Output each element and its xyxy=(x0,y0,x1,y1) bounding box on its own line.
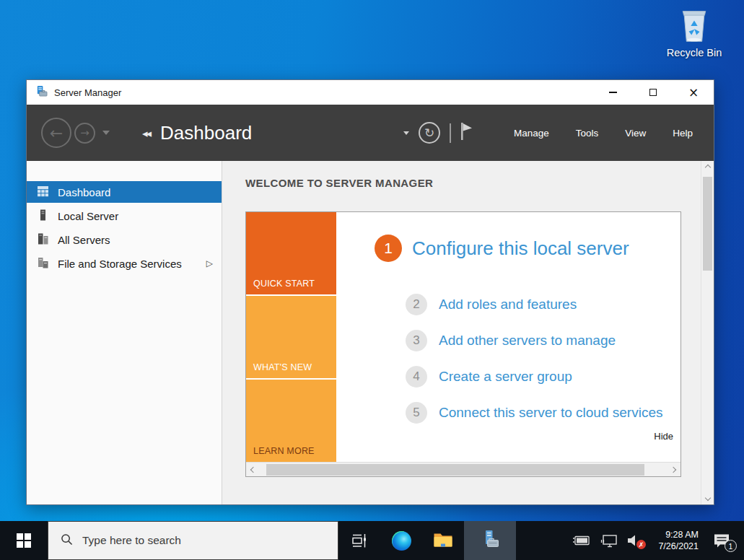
scroll-left-icon[interactable] xyxy=(246,463,261,476)
tab-quick-start[interactable]: QUICK START xyxy=(246,212,336,294)
scroll-up-icon[interactable] xyxy=(701,161,714,174)
step-number-badge: 4 xyxy=(406,366,427,388)
recycle-bin-icon xyxy=(658,7,730,45)
taskbar-search[interactable] xyxy=(48,521,338,560)
menu-tools[interactable]: Tools xyxy=(576,128,599,139)
sidebar-item-label: All Servers xyxy=(58,234,110,246)
mute-x-badge: ✗ xyxy=(636,540,646,549)
step-create-server-group[interactable]: 4 Create a server group xyxy=(406,366,572,388)
system-tray: ✗ 9:28 AM 7/26/2021 1 xyxy=(572,521,744,560)
step-link-label: Add other servers to manage xyxy=(439,333,616,349)
volume-muted-icon[interactable]: ✗ xyxy=(627,534,642,547)
search-input[interactable] xyxy=(82,534,299,547)
maximize-button[interactable] xyxy=(633,80,673,105)
step-link-label: Configure this local server xyxy=(412,237,629,260)
clock-time: 9:28 AM xyxy=(651,529,699,541)
sidebar-item-label: Dashboard xyxy=(58,186,110,198)
notification-count-badge: 1 xyxy=(725,540,737,552)
tile-label: LEARN MORE xyxy=(253,446,315,456)
tile-column: QUICK START WHAT'S NEW LEARN MORE xyxy=(246,212,336,462)
server-manager-window: Server Manager × ← → ◂◂ Dashboard ↻ xyxy=(26,79,714,505)
start-button[interactable] xyxy=(0,521,48,560)
desktop: Recycle Bin Server Manager × xyxy=(0,0,744,560)
refresh-icon[interactable]: ↻ xyxy=(419,122,440,144)
step-link-label: Add roles and features xyxy=(439,297,577,312)
taskbar: ✗ 9:28 AM 7/26/2021 1 xyxy=(0,521,744,560)
window-title: Server Manager xyxy=(54,87,121,98)
step-link-label: Connect this server to cloud services xyxy=(439,405,662,421)
quick-start-steps: 1 Configure this local server 2 Add role… xyxy=(336,212,680,462)
local-server-icon xyxy=(37,209,49,223)
search-icon xyxy=(61,533,73,548)
toolbar-divider xyxy=(450,123,451,143)
back-button[interactable]: ← xyxy=(41,118,71,148)
history-dropdown-caret-icon[interactable] xyxy=(102,131,110,135)
recycle-bin-label: Recycle Bin xyxy=(658,47,730,58)
task-view-button[interactable] xyxy=(338,521,380,560)
menu-view[interactable]: View xyxy=(625,128,646,139)
file-explorer-button[interactable] xyxy=(422,521,464,560)
panel-horizontal-scrollbar[interactable] xyxy=(246,462,680,476)
content-vertical-scrollbar[interactable] xyxy=(701,161,714,504)
tile-label: WHAT'S NEW xyxy=(253,362,312,372)
close-icon: × xyxy=(688,87,699,99)
recycle-bin[interactable]: Recycle Bin xyxy=(658,7,730,58)
navigation-bar: ← → ◂◂ Dashboard ↻ Manage xyxy=(27,105,714,161)
power-battery-icon[interactable] xyxy=(572,535,591,546)
file-storage-icon xyxy=(37,257,49,271)
network-icon[interactable] xyxy=(600,534,618,548)
action-center-button[interactable]: 1 xyxy=(712,532,731,549)
forward-button[interactable]: → xyxy=(74,123,95,144)
step-add-other-servers[interactable]: 3 Add other servers to manage xyxy=(406,330,616,351)
step-number-badge: 2 xyxy=(406,294,427,315)
server-manager-icon xyxy=(480,529,500,552)
taskbar-clock[interactable]: 9:28 AM 7/26/2021 xyxy=(651,529,699,553)
sidebar-item-local-server[interactable]: Local Server xyxy=(27,205,222,227)
vertical-scroll-thumb[interactable] xyxy=(703,177,712,271)
step-number-badge: 1 xyxy=(375,235,402,262)
main-content: WELCOME TO SERVER MANAGER QUICK START WH… xyxy=(222,161,714,504)
breadcrumb-page-title: Dashboard xyxy=(160,122,252,144)
close-button[interactable]: × xyxy=(673,80,714,105)
refresh-dropdown-caret-icon[interactable] xyxy=(403,131,409,135)
maximize-icon xyxy=(649,89,657,96)
tab-whats-new[interactable]: WHAT'S NEW xyxy=(246,296,336,378)
step-configure-local-server[interactable]: 1 Configure this local server xyxy=(375,235,629,262)
hide-link[interactable]: Hide xyxy=(654,431,673,442)
clock-date: 7/26/2021 xyxy=(651,541,699,552)
menu-manage[interactable]: Manage xyxy=(514,128,549,139)
server-manager-taskbar-button[interactable] xyxy=(464,521,516,560)
step-number-badge: 3 xyxy=(406,330,427,351)
step-connect-cloud-services[interactable]: 5 Connect this server to cloud services xyxy=(406,402,662,424)
sidebar-item-label: Local Server xyxy=(58,210,118,222)
welcome-tile-panel: QUICK START WHAT'S NEW LEARN MORE 1 xyxy=(245,211,681,477)
welcome-heading: WELCOME TO SERVER MANAGER xyxy=(245,177,433,189)
minimize-icon xyxy=(609,92,617,93)
sidebar-item-label: File and Storage Services xyxy=(58,258,182,270)
horizontal-scroll-thumb[interactable] xyxy=(266,464,644,476)
sidebar-item-all-servers[interactable]: All Servers xyxy=(27,229,222,250)
scroll-down-icon[interactable] xyxy=(701,491,714,504)
sidebar-item-file-storage-services[interactable]: File and Storage Services ▷ xyxy=(27,253,222,274)
step-number-badge: 5 xyxy=(406,402,427,424)
scroll-right-icon[interactable] xyxy=(666,463,680,476)
tile-label: QUICK START xyxy=(253,279,315,289)
windows-logo-icon xyxy=(17,533,31,548)
menu-help[interactable]: Help xyxy=(673,128,693,139)
title-bar[interactable]: Server Manager × xyxy=(27,80,714,105)
notifications-flag-icon[interactable] xyxy=(460,122,473,144)
minimize-button[interactable] xyxy=(592,80,633,105)
step-link-label: Create a server group xyxy=(439,369,572,385)
step-add-roles-features[interactable]: 2 Add roles and features xyxy=(406,294,577,315)
edge-browser-button[interactable] xyxy=(380,521,422,560)
breadcrumb-collapse-icon[interactable]: ◂◂ xyxy=(142,126,150,139)
dashboard-grid-icon xyxy=(37,185,49,199)
submenu-arrow-icon: ▷ xyxy=(206,258,213,268)
sidebar-nav: Dashboard Local Server xyxy=(27,161,222,504)
server-manager-app-icon xyxy=(35,85,48,100)
tab-learn-more[interactable]: LEARN MORE xyxy=(246,380,336,462)
folder-icon xyxy=(433,531,453,551)
edge-icon xyxy=(392,531,411,551)
sidebar-item-dashboard[interactable]: Dashboard xyxy=(27,181,222,203)
all-servers-icon xyxy=(37,233,49,247)
